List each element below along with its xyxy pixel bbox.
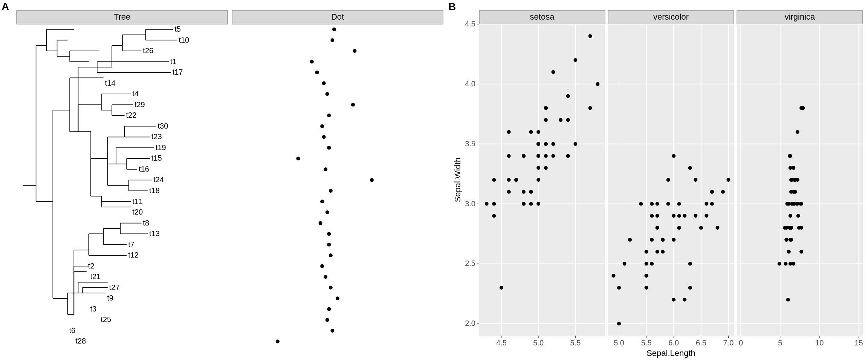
dot-point: [320, 124, 324, 128]
tip-label: t5: [174, 25, 181, 33]
scatter-point: [710, 190, 714, 194]
scatter-point: [536, 142, 540, 146]
scatter-point: [507, 190, 511, 194]
tip-label: t3: [90, 305, 96, 313]
scatter-point: [785, 202, 789, 206]
dot-point: [327, 243, 331, 247]
dot-point: [353, 49, 356, 53]
dot-point: [330, 329, 334, 333]
tip-label: t27: [109, 283, 120, 291]
scatter-point: [536, 130, 540, 134]
scatter-point: [522, 154, 526, 158]
scatter-point: [492, 178, 496, 182]
scatter-point: [656, 202, 659, 206]
scatter-point: [588, 106, 592, 110]
scatter-point: [790, 202, 794, 206]
scatter-point: [529, 190, 533, 194]
strip-tree-label: Tree: [114, 12, 130, 21]
tip-label: t13: [149, 229, 160, 238]
scatter-point: [799, 250, 803, 254]
y-tick-label: 3.5: [465, 140, 475, 148]
dot-point: [326, 92, 329, 96]
y-tick-label: 2.0: [465, 319, 475, 327]
scatter-point: [683, 214, 686, 218]
panel-bg: [737, 24, 863, 336]
scatter-point: [522, 190, 526, 194]
scatter-point: [507, 130, 511, 134]
x-axis-label: Sepal.Length: [646, 348, 695, 358]
x-tick-label: 6.0: [668, 339, 679, 347]
tip-label: t30: [158, 122, 168, 130]
scatter-point: [596, 82, 599, 86]
tip-label: t14: [105, 79, 116, 87]
scatter-point: [796, 214, 800, 218]
scatter-point: [789, 262, 792, 265]
scatter-point: [573, 142, 577, 146]
scatter-point: [683, 298, 686, 302]
scatter-point: [796, 130, 799, 134]
x-tick-label: 6.5: [696, 339, 706, 347]
tip-label: t26: [143, 46, 153, 55]
strip-dot-label: Dot: [331, 12, 344, 21]
scatter-point: [704, 202, 708, 206]
scatter-point: [617, 286, 621, 290]
scatter-point: [796, 202, 799, 206]
scatter-point: [778, 262, 781, 265]
x-tick-label: 5.0: [533, 339, 544, 347]
scatter-point: [789, 226, 792, 230]
scatter-point: [485, 202, 489, 206]
scatter-point: [672, 214, 675, 218]
tip-label: t22: [126, 111, 137, 119]
dot-point: [329, 189, 333, 193]
scatter-point: [661, 250, 665, 254]
scatter-point: [677, 226, 681, 230]
scatter-point: [666, 202, 670, 206]
dot-point: [310, 60, 314, 64]
scatter-point: [645, 274, 648, 278]
x-tick-label: 10: [815, 339, 824, 347]
tip-label: t21: [90, 272, 101, 281]
scatter-point: [799, 202, 803, 206]
scatter-point: [500, 286, 503, 290]
y-tick-label: 2.5: [465, 259, 475, 267]
tip-label: t10: [179, 36, 189, 44]
scatter-point: [529, 202, 533, 206]
x-tick-label: 5.5: [641, 339, 652, 347]
scatter-point: [566, 118, 570, 122]
scatter-point: [536, 178, 540, 182]
scatter-point: [666, 178, 670, 182]
dot-point: [296, 156, 300, 160]
scatter-point: [672, 238, 675, 242]
x-tick-label: 5.5: [570, 339, 581, 347]
tip-label: t24: [153, 175, 164, 184]
x-tick-label: 15: [854, 339, 863, 347]
scatter-point: [612, 274, 616, 278]
dot-point: [327, 232, 331, 236]
scatter-point: [785, 238, 789, 242]
tip-label: t4: [132, 89, 139, 98]
scatter-point: [544, 118, 548, 122]
tip-label: t16: [139, 165, 149, 173]
scatter-point: [688, 166, 692, 170]
scatter-point: [628, 238, 632, 242]
scatter-point: [792, 178, 796, 182]
dot-point: [326, 210, 329, 214]
dot-point: [322, 81, 326, 85]
tip-label: t15: [151, 154, 162, 162]
dot-point: [324, 167, 327, 171]
scatter-point: [650, 262, 654, 265]
dot-point: [351, 103, 355, 107]
x-tick-label: 0: [739, 339, 743, 347]
scatter-point: [699, 226, 703, 230]
facet-label: versicolor: [653, 12, 689, 21]
tip-label: t11: [132, 197, 143, 206]
scatter-point: [677, 214, 681, 218]
tip-label: t18: [149, 186, 160, 195]
scatter-point: [566, 154, 570, 158]
dot-point: [276, 339, 280, 343]
scatter-point: [544, 106, 548, 110]
dot-point: [327, 146, 331, 150]
scatter-point: [694, 178, 697, 182]
scatter-point: [650, 238, 654, 242]
dot-point: [319, 221, 322, 225]
